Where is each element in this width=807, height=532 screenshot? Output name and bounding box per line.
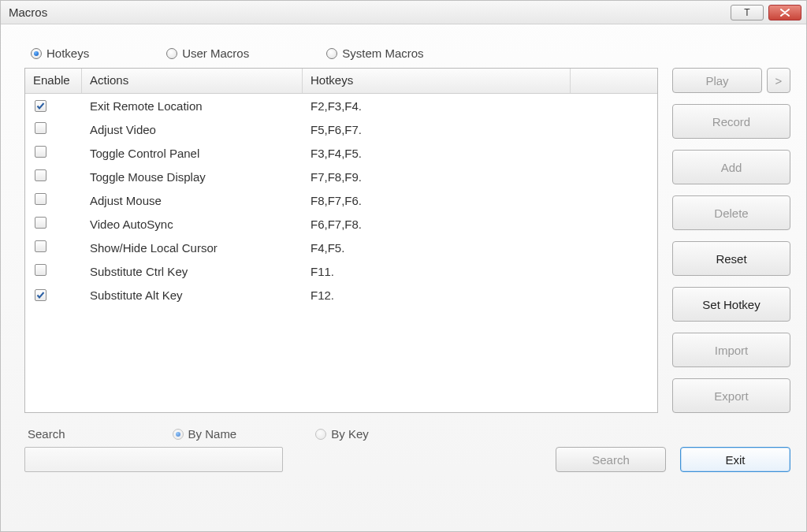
check-icon (36, 102, 45, 110)
macros-grid: Enable Actions Hotkeys Exit Remote Locat… (24, 68, 658, 413)
hotkey-cell: F8,F7,F6. (303, 194, 571, 207)
table-row[interactable]: Show/Hide Local CursorF4,F5. (25, 236, 657, 259)
search-options-row: Search By Name By Key (24, 427, 790, 441)
export-button[interactable]: Export (672, 378, 790, 413)
hotkey-cell: F4,F5. (303, 241, 571, 255)
by-name-label: By Name (188, 427, 237, 441)
col-header-actions[interactable]: Actions (82, 69, 303, 93)
close-icon (780, 9, 790, 17)
radio-system-macros[interactable] (326, 48, 337, 59)
enable-cell (25, 169, 82, 184)
main-row: Enable Actions Hotkeys Exit Remote Locat… (24, 68, 790, 413)
action-cell: Video AutoSync (82, 218, 303, 231)
hotkey-cell: F2,F3,F4. (303, 99, 571, 113)
import-button[interactable]: Import (672, 333, 790, 367)
tab-user-macros[interactable]: User Macros (166, 47, 249, 60)
hotkey-cell: F6,F7,F8. (303, 218, 571, 231)
play-button[interactable]: Play (672, 68, 762, 93)
search-by-name-option[interactable]: By Name (173, 427, 237, 441)
enable-checkbox[interactable] (35, 100, 46, 112)
grid-body: Exit Remote LocationF2,F3,F4.Adjust Vide… (25, 94, 657, 412)
grid-header: Enable Actions Hotkeys (25, 69, 657, 94)
bottom-row: Search Exit (24, 447, 790, 472)
col-header-hotkeys[interactable]: Hotkeys (303, 69, 571, 93)
hotkey-cell: F11. (303, 265, 571, 278)
col-header-tail (571, 69, 657, 93)
enable-cell (25, 240, 82, 255)
search-input[interactable] (24, 447, 283, 472)
delete-button[interactable]: Delete (672, 195, 790, 230)
by-key-label: By Key (331, 427, 369, 441)
table-row[interactable]: Video AutoSyncF6,F7,F8. (25, 212, 657, 236)
enable-cell (25, 217, 82, 231)
action-cell: Exit Remote Location (82, 99, 303, 113)
action-cell: Toggle Control Panel (82, 147, 303, 160)
titlebar-buttons: T (731, 5, 801, 20)
table-row[interactable]: Toggle Control PanelF3,F4,F5. (25, 141, 657, 165)
enable-cell (25, 99, 82, 113)
tab-user-macros-label: User Macros (182, 47, 249, 60)
titlebar: Macros T (1, 1, 806, 24)
close-button[interactable] (768, 5, 801, 20)
action-cell: Adjust Mouse (82, 194, 303, 207)
action-cell: Substitute Alt Key (82, 288, 303, 302)
search-button[interactable]: Search (556, 447, 666, 472)
enable-checkbox[interactable] (35, 240, 46, 252)
hotkey-cell: F5,F6,F7. (303, 123, 571, 136)
table-row[interactable]: Adjust MouseF8,F7,F6. (25, 188, 657, 212)
play-more-button[interactable]: > (767, 68, 790, 93)
col-header-enable[interactable]: Enable (25, 69, 82, 93)
tab-system-macros-label: System Macros (342, 47, 423, 60)
enable-checkbox[interactable] (35, 122, 46, 134)
enable-cell (25, 122, 82, 136)
titlebar-t-button[interactable]: T (731, 5, 764, 20)
play-row: Play > (672, 68, 790, 93)
action-cell: Adjust Video (82, 123, 303, 136)
enable-cell (25, 146, 82, 160)
enable-cell (25, 288, 82, 302)
search-label: Search (28, 427, 65, 441)
enable-checkbox[interactable] (35, 289, 46, 301)
enable-checkbox[interactable] (35, 193, 46, 205)
tab-hotkeys-label: Hotkeys (46, 47, 89, 60)
window-title: Macros (9, 6, 731, 19)
radio-by-name[interactable] (173, 429, 184, 440)
action-cell: Toggle Mouse Display (82, 170, 303, 184)
table-row[interactable]: Exit Remote LocationF2,F3,F4. (25, 94, 657, 117)
add-button[interactable]: Add (672, 150, 790, 184)
search-by-key-option[interactable]: By Key (315, 427, 369, 441)
table-row[interactable]: Toggle Mouse DisplayF7,F8,F9. (25, 165, 657, 188)
radio-by-key[interactable] (315, 429, 326, 440)
action-cell: Show/Hide Local Cursor (82, 241, 303, 255)
exit-button[interactable]: Exit (680, 447, 790, 472)
check-icon (36, 291, 45, 299)
enable-cell (25, 264, 82, 278)
view-tabs: Hotkeys User Macros System Macros (24, 47, 790, 60)
tab-system-macros[interactable]: System Macros (326, 47, 423, 60)
reset-button[interactable]: Reset (672, 241, 790, 276)
tab-hotkeys[interactable]: Hotkeys (31, 47, 89, 60)
record-button[interactable]: Record (672, 104, 790, 139)
enable-checkbox[interactable] (35, 146, 46, 158)
table-row[interactable]: Adjust VideoF5,F6,F7. (25, 117, 657, 141)
enable-checkbox[interactable] (35, 264, 46, 276)
hotkey-cell: F12. (303, 288, 571, 302)
hotkey-cell: F7,F8,F9. (303, 170, 571, 184)
macros-window: Macros T Hotkeys User Macros System Macr… (0, 0, 807, 532)
side-buttons: Play > Record Add Delete Reset Set Hotke… (672, 68, 790, 413)
radio-hotkeys[interactable] (31, 48, 42, 59)
set-hotkey-button[interactable]: Set Hotkey (672, 287, 790, 322)
action-cell: Substitute Ctrl Key (82, 265, 303, 278)
radio-user-macros[interactable] (166, 48, 177, 59)
content-area: Hotkeys User Macros System Macros Enable… (1, 24, 806, 531)
table-row[interactable]: Substitute Alt KeyF12. (25, 283, 657, 307)
enable-checkbox[interactable] (35, 217, 46, 229)
enable-checkbox[interactable] (35, 169, 46, 181)
enable-cell (25, 193, 82, 207)
hotkey-cell: F3,F4,F5. (303, 147, 571, 160)
table-row[interactable]: Substitute Ctrl KeyF11. (25, 259, 657, 283)
